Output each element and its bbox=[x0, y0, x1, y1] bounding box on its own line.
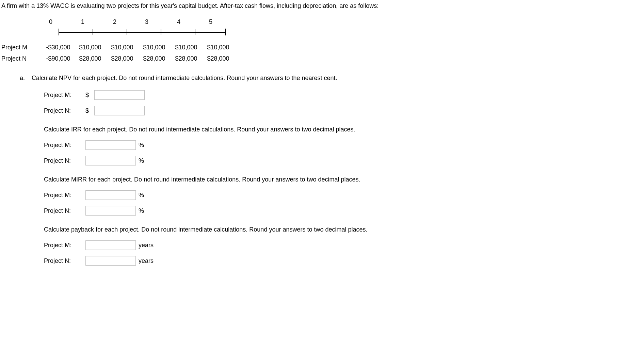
period-2: 2 bbox=[113, 17, 145, 27]
mirr-m-input[interactable] bbox=[85, 190, 136, 200]
npv-m-input[interactable] bbox=[94, 90, 145, 100]
project-m-cf3: $10,000 bbox=[138, 43, 170, 52]
percent-sign: % bbox=[139, 141, 144, 150]
irr-instruction: Calculate IRR for each project. Do not r… bbox=[44, 125, 642, 134]
project-n-cf3: $28,000 bbox=[138, 54, 170, 63]
irr-n-label: Project N: bbox=[44, 156, 81, 165]
project-n-cf0: -$90,000 bbox=[42, 54, 74, 63]
payback-n-input[interactable] bbox=[85, 256, 136, 266]
years-label: years bbox=[139, 256, 154, 266]
period-header: 0 1 2 3 4 5 bbox=[49, 17, 644, 27]
mirr-n-label: Project N: bbox=[44, 206, 81, 216]
payback-n-label: Project N: bbox=[44, 256, 81, 266]
mirr-instruction: Calculate MIRR for each project. Do not … bbox=[44, 175, 642, 184]
question-letter: a. bbox=[20, 74, 30, 83]
percent-sign: % bbox=[139, 156, 144, 165]
project-n-label: Project N bbox=[1, 54, 42, 63]
npv-instruction: Calculate NPV for each project. Do not r… bbox=[32, 75, 337, 81]
project-m-cf1: $10,000 bbox=[74, 43, 106, 52]
project-n-cf1: $28,000 bbox=[74, 54, 106, 63]
project-m-cf0: -$30,000 bbox=[42, 43, 74, 52]
dollar-sign: $ bbox=[85, 106, 90, 115]
years-label: years bbox=[139, 241, 154, 250]
project-n-cf2: $28,000 bbox=[106, 54, 138, 63]
project-m-cf4: $10,000 bbox=[170, 43, 202, 52]
project-m-cf2: $10,000 bbox=[106, 43, 138, 52]
percent-sign: % bbox=[139, 191, 144, 200]
npv-m-label: Project M: bbox=[44, 91, 81, 100]
timeline bbox=[56, 27, 644, 37]
npv-n-input[interactable] bbox=[94, 106, 145, 115]
project-n-cf4: $28,000 bbox=[170, 54, 202, 63]
payback-m-label: Project M: bbox=[44, 241, 81, 250]
payback-m-input[interactable] bbox=[85, 240, 136, 250]
period-4: 4 bbox=[177, 17, 209, 27]
period-0: 0 bbox=[49, 17, 81, 27]
project-n-cf5: $28,000 bbox=[202, 54, 234, 63]
project-m-row: Project M -$30,000 $10,000 $10,000 $10,0… bbox=[1, 43, 644, 52]
payback-instruction: Calculate payback for each project. Do n… bbox=[44, 225, 642, 234]
irr-m-label: Project M: bbox=[44, 141, 81, 150]
irr-m-input[interactable] bbox=[85, 140, 136, 150]
period-3: 3 bbox=[145, 17, 177, 27]
project-m-cf5: $10,000 bbox=[202, 43, 234, 52]
project-m-label: Project M bbox=[1, 43, 42, 52]
period-5: 5 bbox=[209, 17, 241, 27]
mirr-m-label: Project M: bbox=[44, 191, 81, 200]
percent-sign: % bbox=[139, 206, 144, 216]
dollar-sign: $ bbox=[85, 91, 90, 100]
problem-intro: A firm with a 13% WACC is evaluating two… bbox=[1, 1, 644, 11]
irr-n-input[interactable] bbox=[85, 156, 136, 165]
period-1: 1 bbox=[81, 17, 113, 27]
npv-n-label: Project N: bbox=[44, 106, 81, 115]
project-n-row: Project N -$90,000 $28,000 $28,000 $28,0… bbox=[1, 54, 644, 63]
mirr-n-input[interactable] bbox=[85, 206, 136, 216]
